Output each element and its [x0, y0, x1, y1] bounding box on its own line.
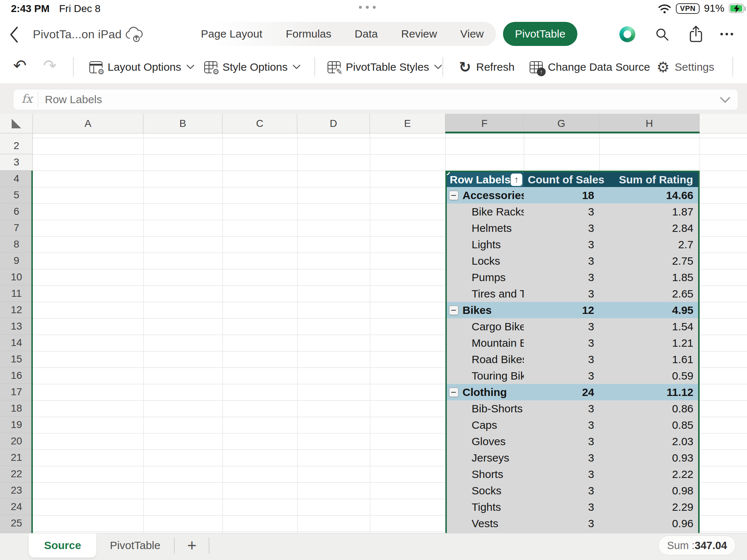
row-header-3[interactable]: 3: [0, 154, 33, 171]
undo-button[interactable]: ↶: [13, 58, 27, 74]
pivot-header-row-labels-cell[interactable]: Row Labels ↑: [447, 172, 524, 187]
pivot-row-bib-shorts[interactable]: Bib-Shorts30.86: [447, 400, 698, 417]
row-header-7[interactable]: 7: [0, 220, 33, 236]
column-header-H[interactable]: H: [599, 114, 700, 133]
tab-data[interactable]: Data: [355, 22, 378, 46]
document-title[interactable]: PivotTa...on iPad: [33, 28, 122, 41]
formula-bar[interactable]: fx Row Labels: [13, 89, 738, 110]
row-header-22[interactable]: 22: [0, 466, 33, 482]
sum-of-rating-header: Sum of Rating: [619, 174, 693, 186]
pivot-row-socks[interactable]: Socks30.98: [447, 482, 698, 499]
sum-status-pill[interactable]: Sum : 347.04: [658, 536, 736, 555]
pivot-row-pumps[interactable]: Pumps31.85: [447, 269, 698, 285]
pivot-row-lights[interactable]: Lights32.7: [447, 236, 698, 253]
row-header-16[interactable]: 16: [0, 368, 33, 384]
collapse-button[interactable]: [449, 388, 458, 397]
row-header-13[interactable]: 13: [0, 318, 33, 335]
change-data-source-button[interactable]: ↑ Change Data Source: [530, 55, 650, 79]
copilot-icon[interactable]: [619, 26, 635, 42]
row-header-6[interactable]: 6: [0, 203, 33, 220]
row-header-11[interactable]: 11: [0, 285, 33, 302]
add-sheet-button[interactable]: +: [182, 533, 202, 557]
select-all-corner[interactable]: [0, 114, 33, 133]
row-header-23[interactable]: 23: [0, 482, 33, 499]
settings-button[interactable]: ⚙ Settings: [657, 55, 714, 79]
pivottable-styles-button[interactable]: ✎ PivotTable Styles: [328, 55, 442, 79]
pivot-row-vests[interactable]: Vests30.96: [447, 515, 698, 532]
tab-page-layout[interactable]: Page Layout: [201, 22, 262, 46]
pivot-cell-label: Clothing: [447, 386, 524, 398]
pivot-row-locks[interactable]: Locks32.75: [447, 253, 698, 269]
pivot-cell-rating: 2.65: [599, 288, 698, 300]
sheet-tab-pivottable[interactable]: PivotTable: [96, 533, 174, 557]
pivot-table[interactable]: Row Labels ↑ Count of Sales Sum of Ratin…: [445, 171, 700, 533]
pivot-row-clothing[interactable]: Clothing2411.12: [447, 384, 698, 400]
column-header-B[interactable]: B: [143, 114, 222, 133]
column-header-blank: [700, 114, 747, 133]
more-options-icon[interactable]: [720, 33, 733, 35]
pivot-header-row[interactable]: Row Labels ↑ Count of Sales Sum of Ratin…: [447, 172, 698, 187]
sort-ascending-button[interactable]: ↑: [511, 174, 522, 186]
pivot-row-cargo-bike[interactable]: Cargo Bike31.54: [447, 318, 698, 335]
pivot-row-helmets[interactable]: Helmets32.84: [447, 220, 698, 236]
row-header-15[interactable]: 15: [0, 351, 33, 368]
collapse-button[interactable]: [449, 191, 458, 200]
pivot-row-caps[interactable]: Caps30.85: [447, 417, 698, 433]
column-header-G[interactable]: G: [524, 114, 599, 133]
pivot-row-tires-and-tubes[interactable]: Tires and Tubes32.65: [447, 285, 698, 302]
pivot-row-accessories[interactable]: Accessories1814.66: [447, 187, 698, 203]
pivot-cell-label: Shorts: [447, 468, 524, 481]
pivot-label-text: Tights: [472, 501, 501, 513]
layout-options-button[interactable]: ⚙ Layout Options: [89, 55, 194, 79]
row-header-4[interactable]: 4: [0, 171, 33, 187]
search-icon[interactable]: [654, 27, 670, 42]
style-options-button[interactable]: ⚙ Style Options: [204, 55, 301, 79]
pivot-row-shorts[interactable]: Shorts32.22: [447, 466, 698, 482]
row-header-14[interactable]: 14: [0, 335, 33, 351]
column-header-C[interactable]: C: [222, 114, 297, 133]
column-header-A[interactable]: A: [33, 114, 143, 133]
row-header-25[interactable]: 25: [0, 515, 33, 532]
row-header-18[interactable]: 18: [0, 400, 33, 417]
row-header-5[interactable]: 5: [0, 187, 33, 203]
row-header-12[interactable]: 12: [0, 302, 33, 318]
refresh-button[interactable]: ↻ Refresh: [459, 55, 515, 79]
formula-bar-value[interactable]: Row Labels: [45, 93, 102, 106]
row-header-20[interactable]: 20: [0, 433, 33, 450]
row-header-19[interactable]: 19: [0, 417, 33, 433]
tab-pivottable-active[interactable]: PivotTable: [503, 22, 577, 46]
row-header-10[interactable]: 10: [0, 269, 33, 285]
multitask-grabber-icon[interactable]: [359, 6, 376, 9]
pivot-row-road-bikes[interactable]: Road Bikes31.61: [447, 351, 698, 368]
tab-view[interactable]: View: [460, 22, 484, 46]
share-icon[interactable]: [688, 25, 704, 43]
pivot-row-tights[interactable]: Tights32.29: [447, 499, 698, 515]
pivot-row-bike-racks[interactable]: Bike Racks31.87: [447, 203, 698, 220]
selected-rows-indicator: [31, 171, 33, 533]
back-chevron-icon[interactable]: [8, 26, 23, 44]
pivot-header-values-cell[interactable]: Count of Sales Sum of Rating: [524, 172, 698, 187]
row-header-8[interactable]: 8: [0, 236, 33, 253]
pivot-row-touring-bikes[interactable]: Touring Bikes30.59: [447, 368, 698, 384]
row-header-21[interactable]: 21: [0, 450, 33, 466]
formula-bar-expand-icon[interactable]: [720, 97, 731, 103]
pivot-row-gloves[interactable]: Gloves32.03: [447, 433, 698, 450]
pivot-cell-rating: 14.66: [599, 189, 698, 202]
column-header-E[interactable]: E: [370, 114, 445, 133]
row-header-9[interactable]: 9: [0, 253, 33, 269]
sheet-tab-source[interactable]: Source: [29, 533, 96, 557]
column-header-D[interactable]: D: [297, 114, 370, 133]
pivot-row-jerseys[interactable]: Jerseys30.93: [447, 450, 698, 466]
tab-review[interactable]: Review: [401, 22, 437, 46]
collapse-button[interactable]: [449, 306, 458, 315]
pivot-row-mountain-bikes[interactable]: Mountain Bikes31.21: [447, 335, 698, 351]
pivot-cell-rating: 2.03: [599, 435, 698, 448]
gridline-h: [33, 138, 747, 138]
row-header-17[interactable]: 17: [0, 384, 33, 400]
redo-button[interactable]: ↷: [43, 58, 57, 74]
row-header-24[interactable]: 24: [0, 499, 33, 515]
column-header-F[interactable]: F: [445, 114, 524, 133]
pivot-row-bikes[interactable]: Bikes124.95: [447, 302, 698, 318]
row-header-2[interactable]: 2: [0, 138, 33, 154]
tab-formulas[interactable]: Formulas: [286, 22, 331, 46]
